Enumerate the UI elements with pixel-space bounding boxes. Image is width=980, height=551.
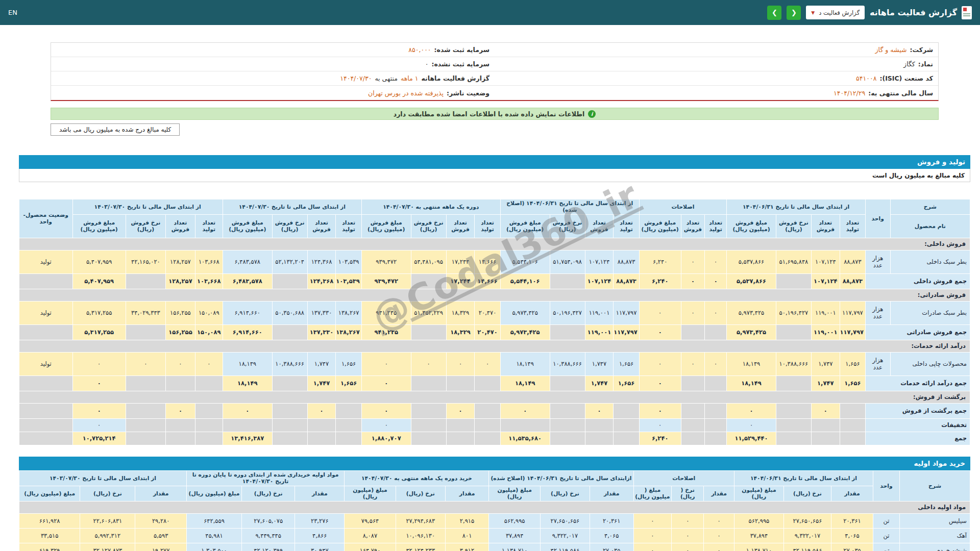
prev-report-button[interactable]: ❮ (787, 6, 801, 20)
field-value: کگاز (903, 60, 915, 68)
value-cell (705, 324, 727, 340)
report-type-dropdown-label: گزارش فعالیت د (819, 9, 860, 16)
value-cell: ۵,۳۱۷,۲۵۵ (72, 301, 126, 324)
value-cell (411, 418, 446, 432)
value-cell (614, 432, 639, 445)
value-cell: ۴۲,۱۶۵,۰۲۰ (126, 250, 165, 273)
row-label-cell: تخفیفات (866, 418, 970, 432)
field-value: ۰ (425, 60, 429, 68)
value-cell: ۱,۱۳۸,۷۱۰ (489, 543, 541, 551)
language-toggle[interactable]: EN (8, 9, 17, 16)
value-cell: ۰ (811, 403, 840, 418)
value-cell (585, 432, 614, 445)
value-cell: ۰ (361, 403, 411, 418)
unit-cell: هزار عدد (866, 301, 890, 324)
value-cell: ۲۷,۶۵۰,۶۵۶ (783, 513, 831, 528)
value-cell (411, 375, 446, 391)
unit-cell: هزار عدد (866, 352, 890, 375)
status-cell (19, 432, 73, 445)
value-cell: ۱۶۴,۷۹۰ (345, 543, 396, 551)
value-cell (475, 418, 500, 432)
value-cell: ۲۰,۳۶۱ (831, 513, 873, 528)
value-cell: ۱۵۰,۰۸۹ (195, 324, 223, 340)
production-subtitle: کلیه مبالغ به میلیون ریال است (19, 169, 970, 182)
value-cell: ۰ (704, 528, 734, 543)
value-cell: ۱۰۳,۶۶۸ (195, 250, 223, 273)
value-cell: ۰ (223, 403, 272, 418)
value-cell: ۵۱,۶۹۵,۸۴۸ (776, 250, 811, 273)
value-cell (681, 375, 705, 391)
column-header: تعداد تولید (195, 214, 223, 238)
company-info: شرکت:شیشه و گازسرمایه ثبت شده:۸۵۰,۰۰۰نما… (51, 42, 939, 101)
value-cell: ۰ (639, 324, 681, 340)
status-cell (19, 273, 73, 289)
report-type-dropdown[interactable]: گزارش فعالیت د ▼ (806, 6, 865, 19)
value-cell: ۱۰۷,۱۲۴ (585, 273, 614, 289)
value-cell: ۰ (475, 352, 500, 375)
value-cell: ۸۸,۸۷۳ (614, 273, 639, 289)
value-cell (411, 432, 446, 445)
value-cell: ۰ (633, 513, 672, 528)
column-header: مقدار (135, 486, 187, 501)
value-cell: ۱۰,۳۸۸,۶۶۶ (776, 352, 811, 375)
value-cell: ۱۲۸,۲۵۷ (166, 273, 195, 289)
column-header: مقدار (295, 486, 345, 501)
value-cell (681, 403, 705, 418)
value-cell: ۳,۹۱۲ (445, 543, 489, 551)
table-row: جمع فروش داخلی۸۸,۸۷۳۱۰۷,۱۲۴۵,۵۳۷,۸۶۶۰۰۶,… (19, 273, 970, 289)
value-cell: ۰ (705, 250, 727, 273)
value-cell: ۱۱۹,۰۰۱ (585, 301, 614, 324)
value-cell: ۰ (411, 352, 446, 375)
column-header: مقدار (831, 486, 873, 501)
column-header: تعداد فروش (585, 214, 614, 238)
value-cell: ۲۷,۰۳۵ (831, 543, 873, 551)
value-cell: ۰ (639, 352, 681, 375)
unit-header: واحد (873, 470, 899, 501)
next-report-button[interactable]: ❯ (767, 6, 781, 20)
value-cell: ۰ (361, 352, 411, 375)
value-cell: ۴,۰۶۵ (590, 528, 633, 543)
status-cell: تولید (19, 352, 73, 375)
column-header: مقدار (590, 486, 633, 501)
value-cell: ۱,۳۰۳,۵۰۰ (187, 543, 242, 551)
company-info-row: کد صنعت (ISIC):۵۴۱۰۰۸گزارش فعالیت ماهانه… (51, 71, 938, 86)
amounts-note-button[interactable]: کلیه مبالغ درج شده به میلیون ریال می باش… (51, 123, 180, 136)
period-group-header: از ابتدای سال مالی تا تاریخ ۱۴۰۴/۰۶/۳۱ (727, 199, 866, 215)
table-row: بطر سبک صادراتهزار عدد۱۱۷,۷۹۷۱۱۹,۰۰۱۵۰,۱… (19, 301, 970, 324)
value-cell: ۴۵,۹۸۱ (187, 528, 242, 543)
value-cell: ۰ (72, 403, 126, 418)
value-cell: ۴۲,۱۱۹,۵۸۶ (783, 543, 831, 551)
value-cell: ۵,۳۱۷,۲۵۵ (72, 324, 126, 340)
value-cell: ۱۰,۰۹۶,۱۳۰ (396, 528, 445, 543)
value-cell (336, 432, 361, 445)
column-header: تعداد فروش (307, 214, 336, 238)
value-cell: ۸,۰۸۷ (345, 528, 396, 543)
value-cell (705, 375, 727, 391)
value-cell: ۰ (705, 352, 727, 375)
value-cell (272, 375, 307, 391)
value-cell: ۰ (633, 528, 672, 543)
value-cell: ۵,۴۰۷,۹۵۹ (72, 250, 126, 273)
status-cell (19, 403, 73, 418)
column-header: تعداد فروش (166, 214, 195, 238)
value-cell (272, 418, 307, 432)
unit-cell: تن (873, 528, 899, 543)
product-name-cell: آهک (900, 528, 970, 543)
value-cell: ۰ (639, 418, 681, 432)
field-label: کد صنعت (ISIC): (879, 74, 933, 82)
value-cell: ۵,۵۴۴,۱۰۶ (500, 250, 550, 273)
value-cell: ۲۹,۲۸۰ (135, 513, 187, 528)
status-cell (19, 324, 73, 340)
value-cell: ۱۸,۱۴۹ (500, 375, 550, 391)
value-cell: ۵۴,۴۸۱,۰۹۵ (411, 250, 446, 273)
column-header: مبلغ (میلیون ریال) (19, 486, 80, 501)
column-header: نرخ (ریال) (783, 486, 831, 501)
table-row: تخفیفات۰۰۰۰ (19, 418, 970, 432)
value-cell (307, 432, 336, 445)
unit-cell: تن (873, 543, 899, 551)
section-label: برگشت از فروش: (19, 391, 970, 403)
value-cell: ۲۳,۲۷۶ (295, 513, 345, 528)
value-cell: ۷۹,۵۶۴ (345, 513, 396, 528)
section-row: فروش داخلی: (19, 238, 970, 250)
value-cell (776, 432, 811, 445)
